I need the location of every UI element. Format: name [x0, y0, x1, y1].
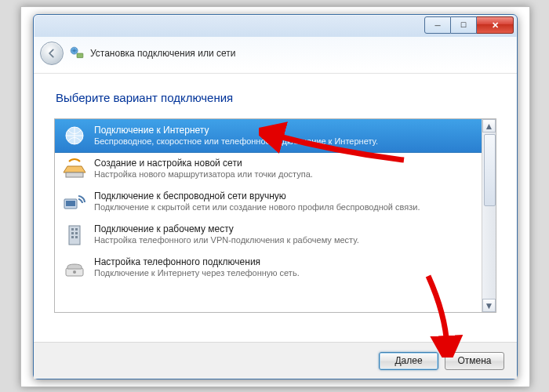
options-list: Подключение к ИнтернетуБеспроводное, ско…	[55, 119, 482, 312]
option-title: Подключение к Интернету	[94, 125, 378, 136]
option-title: Подключение к беспроводной сети вручную	[94, 191, 420, 201]
svg-rect-5	[66, 201, 75, 206]
svg-rect-8	[75, 228, 78, 230]
option-texts: Создание и настройка новой сетиНастройка…	[94, 157, 313, 179]
options-panel: Подключение к ИнтернетуБеспроводное, ско…	[54, 118, 496, 313]
option-subtitle: Подключение к Интернету через телефонную…	[94, 268, 300, 278]
page-title: Выберите вариант подключения	[56, 91, 496, 104]
next-button[interactable]: Далее	[379, 352, 438, 370]
option-subtitle: Настройка телефонного или VPN-подключени…	[94, 235, 359, 245]
option-texts: Подключение к ИнтернетуБеспроводное, ско…	[94, 124, 378, 146]
svg-rect-12	[75, 236, 78, 238]
option-globe[interactable]: Подключение к ИнтернетуБеспроводное, ско…	[55, 119, 482, 153]
option-building[interactable]: Подключение к рабочему местуНастройка те…	[55, 218, 482, 251]
scrollbar[interactable]: ▲ ▼	[482, 119, 496, 312]
close-button[interactable]: ✕	[477, 16, 514, 34]
maximize-button[interactable]: ☐	[451, 16, 477, 34]
svg-rect-7	[71, 228, 74, 230]
wizard-footer: Далее Отмена	[34, 342, 517, 379]
router-icon	[61, 157, 88, 180]
option-title: Подключение к рабочему месту	[94, 223, 359, 234]
option-texts: Настройка телефонного подключенияПодключ…	[94, 256, 300, 278]
caption-buttons: ─ ☐ ✕	[424, 16, 514, 34]
wifi-pc-icon	[61, 190, 88, 213]
option-texts: Подключение к рабочему местуНастройка те…	[94, 223, 359, 245]
option-texts: Подключение к беспроводной сети вручнуюП…	[94, 190, 420, 212]
scroll-up-button[interactable]: ▲	[482, 119, 496, 132]
phone-icon	[61, 256, 88, 279]
globe-icon	[61, 124, 88, 147]
option-subtitle: Подключение к скрытой сети или создание …	[94, 202, 420, 212]
wizard-header: Установка подключения или сети	[34, 37, 517, 74]
svg-rect-6	[69, 226, 80, 245]
option-subtitle: Беспроводное, скоростное или телефонное …	[94, 136, 378, 146]
wizard-body: Выберите вариант подключения Подключение…	[34, 74, 517, 313]
back-button[interactable]	[40, 42, 64, 65]
option-phone[interactable]: Настройка телефонного подключенияПодключ…	[55, 251, 482, 284]
svg-rect-10	[75, 232, 78, 234]
svg-rect-1	[77, 53, 83, 58]
network-setup-icon	[70, 46, 84, 60]
scroll-thumb[interactable]	[484, 134, 496, 206]
option-wifi-pc[interactable]: Подключение к беспроводной сети вручнуюП…	[55, 185, 482, 218]
option-subtitle: Настройка нового маршрутизатора или точк…	[94, 169, 313, 179]
cancel-button[interactable]: Отмена	[445, 352, 504, 370]
svg-rect-11	[71, 236, 74, 238]
svg-rect-3	[66, 172, 83, 177]
option-title: Создание и настройка новой сети	[94, 158, 313, 169]
window-title: Установка подключения или сети	[90, 48, 235, 59]
svg-point-14	[73, 270, 76, 274]
building-icon	[61, 223, 88, 246]
minimize-button[interactable]: ─	[424, 16, 451, 34]
titlebar: ─ ☐ ✕	[34, 15, 517, 37]
back-arrow-icon	[46, 48, 57, 59]
svg-rect-9	[71, 232, 74, 234]
option-title: Настройка телефонного подключения	[94, 256, 300, 267]
scroll-down-button[interactable]: ▼	[482, 299, 496, 312]
option-router[interactable]: Создание и настройка новой сетиНастройка…	[55, 152, 482, 185]
wizard-window: ─ ☐ ✕ Установка подключения или сети Выб…	[33, 14, 518, 379]
